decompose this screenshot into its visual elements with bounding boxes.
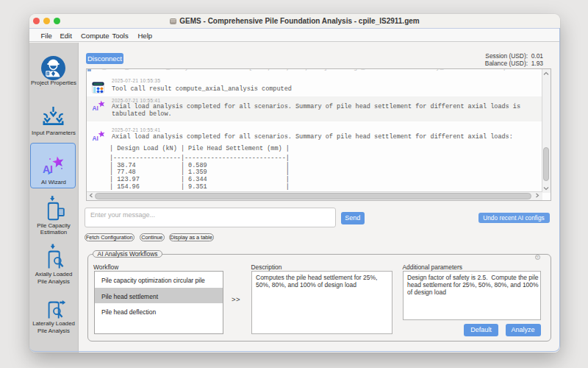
svg-text:AI: AI (43, 163, 53, 175)
svg-text:AI: AI (92, 105, 98, 112)
svg-text:AI: AI (92, 134, 98, 141)
